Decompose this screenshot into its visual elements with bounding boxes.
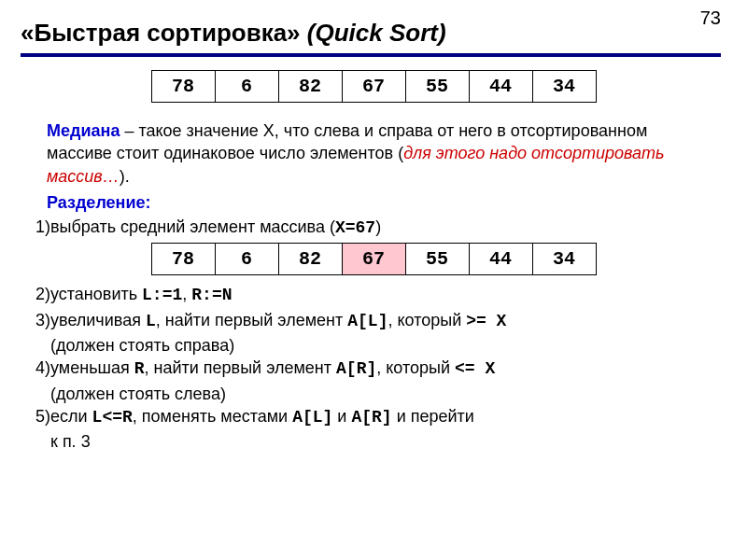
step-code: L<=R <box>92 408 133 427</box>
step-text: уменьшая <box>50 358 134 377</box>
array-2-cell-highlight: 67 <box>342 244 405 275</box>
step-code: X=67 <box>335 218 375 237</box>
array-1-cell: 6 <box>215 71 278 103</box>
array-1-cell: 34 <box>532 71 596 103</box>
step-code: >= X <box>466 312 506 330</box>
step-4-cont: (должен стоять слева) <box>50 383 717 405</box>
step-5: 5)если L<=R, поменять местами A[L] и A[R… <box>50 405 717 428</box>
array-2: 78 6 82 67 55 44 34 <box>151 243 597 275</box>
step-code: L:=1 <box>142 286 182 304</box>
array-1-cell: 78 <box>151 71 215 103</box>
step-text: , который <box>388 311 466 329</box>
step-num: 2) <box>35 285 50 303</box>
step-close: ) <box>375 217 381 236</box>
array-2-cell: 78 <box>151 244 215 275</box>
section-label: Разделение: <box>30 191 717 214</box>
step-code: R:=N <box>191 286 232 304</box>
array-1-wrap: 78 6 82 67 55 44 34 <box>0 70 747 103</box>
step-num: 1) <box>35 217 50 236</box>
step-num: 5) <box>35 407 50 426</box>
step-text: выбрать средний элемент массива ( <box>50 217 335 236</box>
step-text: и <box>332 407 351 426</box>
page-number: 73 <box>700 7 721 29</box>
array-1-cell: 82 <box>278 71 342 103</box>
step-num: 4) <box>35 358 50 377</box>
step-code: L <box>146 312 156 330</box>
title-main: «Быстрая сортировка» <box>21 19 307 47</box>
step-num: 3) <box>35 311 50 329</box>
step-text: установить <box>50 285 142 303</box>
step-text: увеличивая <box>50 311 146 329</box>
array-1-cell: 67 <box>342 71 405 103</box>
title-sub: (Quick Sort) <box>307 19 446 47</box>
step-text: , найти первый элемент <box>145 358 337 377</box>
step-5-cont: к п. 3 <box>50 430 717 453</box>
median-paragraph: Медиана – такое значение X, что слева и … <box>30 119 717 188</box>
step-3: 3)увеличивая L, найти первый элемент A[L… <box>50 309 717 332</box>
step-code: A[R] <box>351 408 391 427</box>
step-code: <= X <box>455 359 495 378</box>
array-2-cell: 6 <box>215 244 278 275</box>
step-text: , найти первый элемент <box>156 311 348 329</box>
array-2-wrap: 78 6 82 67 55 44 34 <box>30 243 717 275</box>
step-code: A[L] <box>292 408 332 427</box>
step-text: если <box>50 407 92 426</box>
content-body: Медиана – такое значение X, что слева и … <box>0 119 747 454</box>
step-code: R <box>134 359 145 378</box>
step-text: и перейти <box>392 407 474 426</box>
step-2: 2)установить L:=1, R:=N <box>50 283 717 306</box>
median-term: Медиана <box>47 121 120 140</box>
title-divider <box>21 53 721 57</box>
page-title: «Быстрая сортировка» (Quick Sort) <box>0 0 747 53</box>
step-4: 4)уменьшая R, найти первый элемент A[R],… <box>50 357 717 380</box>
step-code: A[L] <box>347 312 388 330</box>
array-2-cell: 82 <box>278 244 342 275</box>
array-1: 78 6 82 67 55 44 34 <box>151 70 597 103</box>
step-text: , который <box>376 358 455 377</box>
array-1-cell: 44 <box>469 71 532 103</box>
array-2-cell: 55 <box>405 244 469 275</box>
array-2-cell: 44 <box>469 244 532 275</box>
array-2-cell: 34 <box>532 244 596 275</box>
median-close: ). <box>120 167 130 186</box>
array-1-cell: 55 <box>405 71 469 103</box>
step-1: 1)выбрать средний элемент массива (X=67) <box>50 216 717 239</box>
step-text: , поменять местами <box>133 407 292 426</box>
step-text: , <box>182 285 191 303</box>
step-3-cont: (должен стоять справа) <box>50 334 717 357</box>
step-code: A[R] <box>336 359 376 378</box>
